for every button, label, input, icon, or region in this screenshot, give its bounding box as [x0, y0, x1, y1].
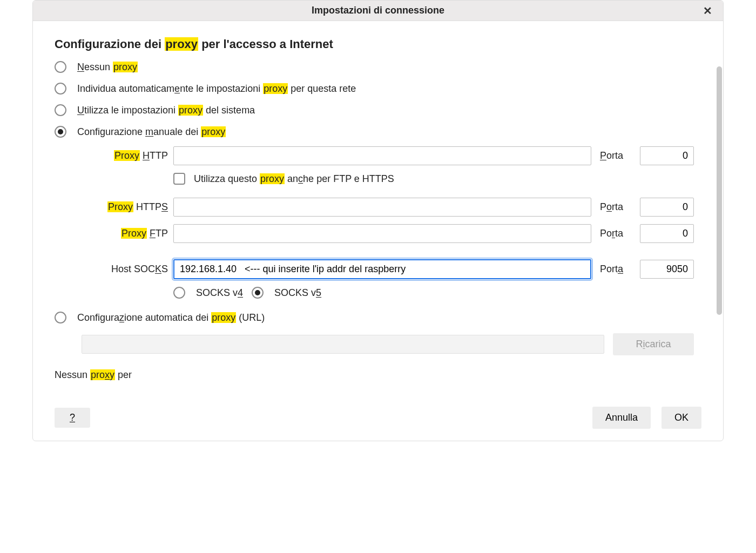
https-port-input[interactable]: [640, 198, 694, 217]
dialog-footer: ? Annulla OK: [33, 399, 723, 441]
radio-label: SOCKS v5: [274, 287, 321, 299]
http-proxy-row: Proxy HTTP Porta: [82, 146, 694, 165]
socks-host-row: Host SOCKS Porta: [82, 259, 694, 279]
radio-label: Configurazione automatica dei proxy (URL…: [77, 312, 265, 323]
radio-icon: [55, 312, 66, 323]
auto-url-input: [82, 335, 604, 354]
ok-button[interactable]: OK: [662, 407, 701, 429]
radio-label: Nessun proxy: [77, 62, 138, 73]
section-heading: Configurazione dei proxy per l'accesso a…: [55, 37, 694, 51]
close-button[interactable]: ✕: [700, 4, 716, 18]
scrollbar-thumb[interactable]: [717, 66, 722, 315]
radio-auto-detect[interactable]: Individua automaticamente le impostazion…: [55, 83, 694, 95]
radio-icon: [55, 83, 66, 95]
radio-socks-v4[interactable]: SOCKS v4: [173, 287, 243, 299]
https-proxy-input[interactable]: [173, 198, 591, 217]
help-button[interactable]: ?: [55, 408, 90, 428]
connection-settings-dialog: Impostazioni di connessione ✕ Configuraz…: [32, 0, 724, 441]
ftp-proxy-row: Proxy FTP Porta: [82, 224, 694, 243]
ftp-proxy-label: Proxy FTP: [82, 228, 168, 239]
socks-host-label: Host SOCKS: [82, 264, 168, 275]
https-port-label: Porta: [597, 201, 634, 213]
use-for-all-row: Utilizza questo proxy anche per FTP e HT…: [82, 173, 694, 190]
radio-manual-proxy[interactable]: Configurazione manuale dei proxy: [55, 126, 694, 138]
auto-url-row: Ricarica: [82, 333, 694, 355]
http-proxy-label: Proxy HTTP: [82, 150, 168, 161]
dialog-content: Configurazione dei proxy per l'accesso a…: [33, 21, 716, 399]
socks-version-row: SOCKS v4 SOCKS v5: [82, 287, 694, 304]
radio-auto-url[interactable]: Configurazione automatica dei proxy (URL…: [55, 312, 694, 323]
radio-label: SOCKS v4: [196, 287, 243, 299]
scrollbar[interactable]: [716, 21, 723, 399]
ftp-proxy-input[interactable]: [173, 224, 591, 243]
socks-port-label: Porta: [597, 264, 634, 275]
radio-system-proxy[interactable]: Utilizza le impostazioni proxy del siste…: [55, 104, 694, 116]
radio-label: Configurazione manuale dei proxy: [77, 126, 226, 138]
socks-host-input[interactable]: [173, 259, 591, 279]
https-proxy-row: Proxy HTTPS Porta: [82, 198, 694, 217]
radio-icon: [252, 287, 264, 299]
no-proxy-for-label: Nessun proxy per: [55, 369, 694, 381]
radio-label: Utilizza le impostazioni proxy del siste…: [77, 105, 255, 116]
radio-label: Individua automaticamente le impostazion…: [77, 83, 356, 95]
radio-socks-v5[interactable]: SOCKS v5: [252, 287, 321, 299]
titlebar: Impostazioni di connessione ✕: [33, 1, 723, 21]
manual-proxy-block: Proxy HTTP Porta Utilizza questo proxy a…: [82, 146, 694, 304]
radio-icon: [55, 61, 66, 73]
socks-port-input[interactable]: [640, 260, 694, 279]
https-proxy-label: Proxy HTTPS: [82, 201, 168, 213]
radio-icon: [55, 104, 66, 116]
use-for-all-label: Utilizza questo proxy anche per FTP e HT…: [194, 173, 394, 185]
window-title: Impostazioni di connessione: [312, 5, 444, 16]
http-port-label: Porta: [597, 150, 634, 161]
radio-icon: [173, 287, 185, 299]
ftp-port-input[interactable]: [640, 224, 694, 243]
reload-button: Ricarica: [613, 333, 694, 355]
cancel-button[interactable]: Annulla: [592, 407, 651, 429]
http-port-input[interactable]: [640, 146, 694, 165]
ftp-port-label: Porta: [597, 228, 634, 239]
radio-icon: [55, 126, 66, 138]
radio-no-proxy[interactable]: Nessun proxy: [55, 61, 694, 73]
use-for-all-checkbox[interactable]: [173, 173, 185, 185]
http-proxy-input[interactable]: [173, 146, 591, 165]
